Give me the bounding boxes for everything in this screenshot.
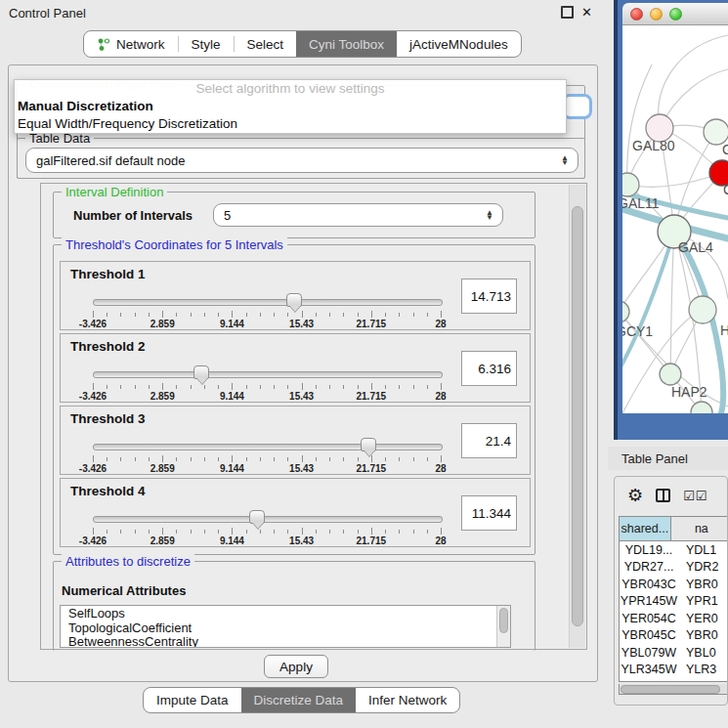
cyni-bottom-tabbar: Impute Data Discretize Data Infer Networ… <box>143 687 460 713</box>
threshold-value-field[interactable]: 6.316 <box>461 351 517 386</box>
attribute-item[interactable]: TopologicalCoefficient <box>68 621 510 636</box>
table-row[interactable]: YIL053CYIL0 <box>620 678 728 682</box>
table-horizontal-scrollbar[interactable] <box>619 684 728 695</box>
table-row[interactable]: YBL079WYBL0 <box>620 644 728 662</box>
tab-select[interactable]: Select <box>235 31 297 57</box>
algorithm-option-equal-width[interactable]: Equal Width/Frequency Discretization <box>15 115 566 133</box>
threshold-1-panel: Threshold 1 -3.4262.8599.14415.4321.7152… <box>60 261 531 330</box>
window-edge <box>614 0 618 440</box>
node-label: C <box>723 182 728 197</box>
select-checkboxes-icon[interactable]: ☑☑ <box>683 489 707 503</box>
slider-ticks <box>93 528 441 535</box>
close-traffic-light[interactable] <box>630 8 643 21</box>
tab-network[interactable]: Network <box>84 31 178 57</box>
zoom-traffic-light[interactable] <box>669 8 682 21</box>
tab-infer-network[interactable]: Infer Network <box>356 688 459 712</box>
attribute-item[interactable]: SelfLoops <box>68 607 510 621</box>
table-data-selected: galFiltered.sif default node <box>36 153 185 168</box>
algorithm-option-manual[interactable]: Manual Discretization <box>15 98 566 115</box>
node-table[interactable]: shared... na YDL19...YDL1YDR27...YDR2YBR… <box>619 516 728 682</box>
threshold-3-panel: Threshold 3 -3.4262.8599.14415.4321.7152… <box>60 406 531 475</box>
threshold-value-field[interactable]: 14.713 <box>461 278 517 314</box>
node-label: GAL4 <box>678 239 713 255</box>
network-window-titlebar[interactable] <box>622 3 728 25</box>
slider-ticks <box>93 455 441 463</box>
node-label: GAL11 <box>622 195 660 211</box>
tab-impute-data[interactable]: Impute Data <box>144 688 241 712</box>
combo-stepper-icon: ▲▼ <box>486 210 493 220</box>
table-row[interactable]: YBR043CYBR0 <box>620 576 728 593</box>
table-row[interactable]: YLR345WYLR3 <box>620 662 728 679</box>
node-label: GCY1 <box>622 323 653 339</box>
gear-icon[interactable]: ⚙ <box>627 487 643 504</box>
algorithm-placeholder-option[interactable]: Select algorithm to view settings <box>15 80 566 98</box>
numerical-attributes-list[interactable]: SelfLoopsTopologicalCoefficientBetweenne… <box>60 605 511 648</box>
table-header-row: shared... na <box>620 517 728 541</box>
attribute-item[interactable]: BetweennessCentrality <box>68 635 510 648</box>
control-panel-tabbar: Network Style Select Cyni Toolbox jActiv… <box>83 30 522 58</box>
slider-thumb[interactable] <box>193 365 209 379</box>
combo-stepper-icon: ▲▼ <box>561 155 569 165</box>
table-row[interactable]: YBR045CYBR0 <box>620 627 728 645</box>
threshold-slider[interactable] <box>93 516 443 523</box>
table-panel: ⚙ ☑☑ shared... na YDL19...YDL1YDR27...YD… <box>614 476 728 706</box>
threshold-slider[interactable] <box>93 299 443 306</box>
table-data-group: Table Data galFiltered.sif default node … <box>17 138 585 179</box>
tab-network-label: Network <box>116 37 165 52</box>
slider-tick-labels: -3.4262.8599.14415.4321.71528 <box>93 535 441 547</box>
network-canvas[interactable]: GAL80GACGAL11GAL4GCY1HHAP2 <box>622 25 728 413</box>
H-node[interactable] <box>689 296 716 323</box>
tab-style[interactable]: Style <box>179 31 234 57</box>
network-graph: GAL80GACGAL11GAL4GCY1HHAP2 <box>622 25 728 413</box>
slider-thumb[interactable] <box>249 510 265 524</box>
interval-definition-group: Interval Definition Number of Intervals … <box>53 192 535 238</box>
column-header-name[interactable]: na <box>671 517 728 541</box>
number-of-intervals-combobox[interactable]: 5 ▲▼ <box>213 203 503 227</box>
attributes-group: Attributes to discretize Numerical Attri… <box>53 561 535 651</box>
threshold-value-field[interactable]: 21.4 <box>461 423 517 458</box>
columns-icon[interactable] <box>656 489 670 502</box>
table-row[interactable]: YDR27...YDR2 <box>620 559 728 577</box>
control-panel-titlebar: Control Panel ✕ <box>0 0 606 25</box>
slider-thumb[interactable] <box>286 293 302 307</box>
table-row[interactable]: YDL19...YDL1 <box>620 541 728 559</box>
close-panel-icon[interactable]: ✕ <box>581 7 592 18</box>
HAP2-node[interactable] <box>660 364 681 385</box>
tab-cyni-toolbox[interactable]: Cyni Toolbox <box>296 31 397 57</box>
threshold-label: Threshold 2 <box>70 339 146 354</box>
attributes-list-scrollbar[interactable] <box>496 606 510 647</box>
slider-tick-labels: -3.4262.8599.14415.4321.71528 <box>93 463 441 475</box>
node-label: GAL80 <box>632 138 675 153</box>
column-header-shared-name[interactable]: shared... <box>620 517 671 541</box>
network-view-window: GAL80GACGAL11GAL4GCY1HHAP2 <box>614 0 728 440</box>
threshold-slider[interactable] <box>93 371 443 378</box>
thresholds-group: Threshold's Coordinates for 5 Intervals … <box>53 244 535 555</box>
slider-thumb[interactable] <box>361 438 376 451</box>
GCY1-node[interactable] <box>622 301 629 322</box>
threshold-4-panel: Threshold 4 -3.4262.8599.14415.4321.7152… <box>60 478 531 547</box>
settings-vertical-scrollbar[interactable] <box>569 185 585 648</box>
threshold-2-panel: Threshold 2 -3.4262.8599.14415.4321.7152… <box>60 333 531 403</box>
table-data-combobox[interactable]: galFiltered.sif default node ▲▼ <box>25 148 578 173</box>
cyni-toolbox-panel: Discretization Algorithm Table Data galF… <box>8 64 598 682</box>
node-label: GA <box>722 142 728 157</box>
slider-tick-labels: -3.4262.8599.14415.4321.71528 <box>93 319 441 330</box>
threshold-slider[interactable] <box>93 444 443 450</box>
thresholds-group-title: Threshold's Coordinates for 5 Intervals <box>62 237 287 252</box>
tab-discretize-data[interactable]: Discretize Data <box>241 688 357 712</box>
GAL11-node[interactable] <box>622 173 639 196</box>
table-panel-title: Table Panel <box>621 451 688 466</box>
node-label: HAP2 <box>671 384 707 400</box>
control-panel-title: Control Panel <box>9 6 86 21</box>
float-window-icon[interactable] <box>561 6 574 19</box>
number-of-intervals-label: Number of Intervals <box>73 208 193 223</box>
tab-jactivemnodules[interactable]: jActiveMNodules <box>397 31 521 57</box>
table-row[interactable]: YPR145WYPR1 <box>620 593 728 611</box>
interval-definition-title: Interval Definition <box>62 185 167 199</box>
table-row[interactable]: YER054CYER0 <box>620 610 728 627</box>
apply-button[interactable]: Apply <box>264 655 328 678</box>
threshold-value-field[interactable]: 11.344 <box>461 495 517 531</box>
minimize-traffic-light[interactable] <box>650 8 663 21</box>
table-panel-toolbar: ⚙ ☑☑ <box>615 477 728 514</box>
slider-ticks <box>93 383 441 391</box>
